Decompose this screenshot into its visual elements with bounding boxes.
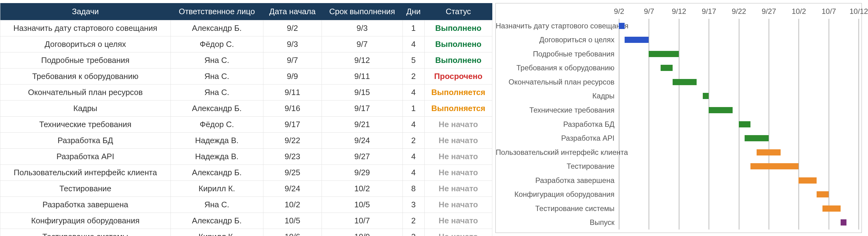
cell-days: 5 [402,52,424,69]
gantt-chart-area: Назначить дату стартового совещанияДогов… [492,0,868,236]
cell-status: Не начато [425,229,492,236]
gantt-bar [745,135,769,141]
x-tick-label: 10/2 [792,7,806,16]
cell-days: 2 [402,69,424,84]
cell-status: Не начато [425,165,492,181]
cell-task: Назначить дату стартового совещания [0,20,171,36]
cell-status: Выполнено [425,20,492,36]
gantt-bar [709,107,733,113]
cell-days: 3 [402,229,424,236]
cell-who: Александр Б. [170,101,263,116]
cell-task: Кадры [0,101,171,116]
col-header: Дата начала [263,3,321,20]
table-row: Подробные требованияЯна С.9/79/125Выполн… [0,52,492,69]
cell-end: 10/7 [322,213,403,229]
cell-days: 4 [402,149,424,165]
cell-who: Александр Б. [170,165,263,181]
gantt-row-label: Кадры [496,91,619,100]
table-row: Технические требованияФёдор С.9/179/214Н… [0,116,492,133]
gantt-row-label: Договориться о целях [496,35,619,44]
cell-who: Кирилл К. [170,229,263,236]
gridline [709,19,709,230]
cell-task: Тестирование системы [0,229,171,236]
col-header: Срок выполнения [322,3,403,20]
cell-start: 10/2 [263,197,321,213]
cell-start: 10/5 [263,213,321,229]
gantt-row-label: Разработка БД [496,120,619,129]
col-header: Ответственное лицо [170,3,263,20]
cell-who: Александр Б. [170,20,263,36]
cell-start: 9/3 [263,36,321,52]
gridline [619,19,619,230]
cell-days: 3 [402,197,424,213]
gantt-row-label: Подробные требования [496,50,619,58]
cell-days: 8 [402,181,424,197]
cell-status: Не начато [425,116,492,133]
cell-task: Конфигурация оборудования [0,213,171,229]
cell-end: 9/15 [322,84,403,101]
cell-who: Яна С. [170,69,263,84]
cell-task: Тестирование [0,181,171,197]
gantt-row-label: Технические требования [496,106,619,114]
cell-end: 9/21 [322,116,403,133]
table-row: ТестированиеКирилл К.9/2410/28Не начато [0,181,492,197]
cell-days: 4 [402,36,424,52]
cell-task: Договориться о целях [0,36,171,52]
cell-who: Надежда В. [170,133,263,149]
cell-who: Александр Б. [170,213,263,229]
gantt-row-label: Тестирование системы [496,204,619,213]
gantt-row-label: Тестирование [496,162,619,171]
cell-task: Разработка завершена [0,197,171,213]
task-table: ЗадачиОтветственное лицоДата началаСрок … [0,3,492,236]
gantt-row-label: Требования к оборудованию [496,63,619,72]
x-tick-label: 10/12 [849,7,868,16]
cell-days: 4 [402,116,424,133]
gantt-row-label: Разработка завершена [496,176,619,185]
gridline [769,19,769,230]
cell-who: Яна С. [170,52,263,69]
cell-task: Требования к оборудованию [0,69,171,84]
cell-task: Разработка БД [0,133,171,149]
gantt-bar [649,51,678,57]
gantt-row-label: Конфигурация оборудования [496,190,619,199]
gantt-chart: Назначить дату стартового совещанияДогов… [495,3,862,233]
cell-end: 9/24 [322,133,403,149]
cell-status: Не начато [425,197,492,213]
table-row: Разработка БДНадежда В.9/229/242Не начат… [0,133,492,149]
cell-end: 10/9 [322,229,403,236]
table-row: Назначить дату стартового совещанияАлекс… [0,20,492,36]
cell-start: 9/22 [263,133,321,149]
cell-who: Фёдор С. [170,116,263,133]
cell-who: Надежда В. [170,149,263,165]
gridline [829,19,829,230]
cell-end: 10/2 [322,181,403,197]
cell-start: 9/2 [263,20,321,36]
cell-task: Технические требования [0,116,171,133]
cell-end: 9/27 [322,149,403,165]
cell-end: 9/7 [322,36,403,52]
cell-status: Просрочено [425,69,492,84]
cell-status: Выполняется [425,101,492,116]
gantt-row-label: Разработка API [496,134,619,142]
gridline [799,19,799,230]
cell-days: 4 [402,84,424,101]
gantt-row-label: Назначить дату стартового совещания [496,22,619,30]
gantt-bar [661,65,673,71]
cell-start: 9/17 [263,116,321,133]
gantt-bar [823,206,840,212]
cell-end: 9/3 [322,20,403,36]
cell-task: Подробные требования [0,52,171,69]
gantt-row-label: Выпуск [496,218,619,227]
x-tick-label: 10/7 [822,7,836,16]
gantt-bar [673,79,696,85]
cell-status: Не начато [425,149,492,165]
cell-start: 9/16 [263,101,321,116]
cell-end: 10/5 [322,197,403,213]
gantt-bar [625,37,649,43]
table-row: Тестирование системыКирилл К.10/610/93Не… [0,229,492,236]
gridline [649,19,649,230]
x-tick-label: 9/27 [762,7,776,16]
task-table-area: ЗадачиОтветственное лицоДата началаСрок … [0,0,492,236]
gantt-row-label: Окончательный план ресурсов [496,78,619,86]
gantt-bar [619,23,625,29]
